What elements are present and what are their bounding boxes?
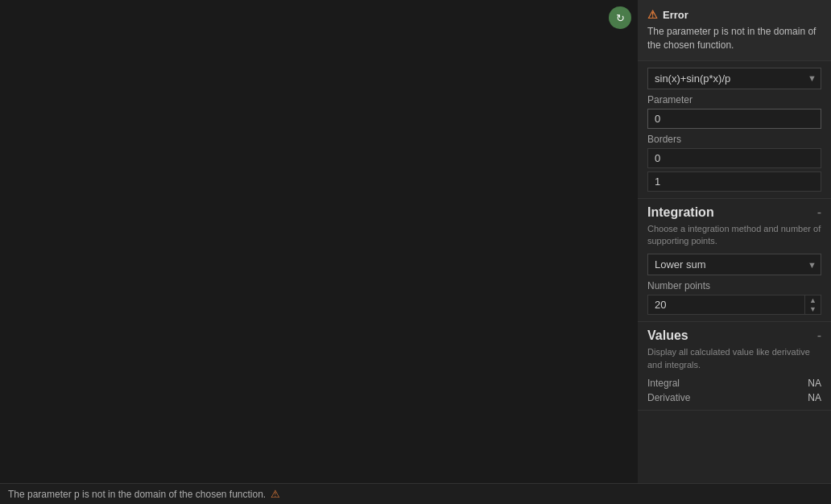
parameter-input[interactable] bbox=[647, 109, 821, 129]
canvas-area: ↻ bbox=[0, 0, 638, 483]
number-points-wrapper: ▲ ▼ bbox=[647, 295, 821, 315]
number-points-label: Number points bbox=[647, 280, 821, 291]
method-select-wrapper: Lower sum Upper sum Midpoint Trapezoidal… bbox=[647, 254, 821, 275]
error-warning-icon: ⚠ bbox=[647, 8, 658, 21]
method-select[interactable]: Lower sum Upper sum Midpoint Trapezoidal… bbox=[647, 254, 821, 275]
number-points-spinner: ▲ ▼ bbox=[804, 295, 821, 315]
error-title-text: Error bbox=[663, 9, 688, 21]
borders-label: Borders bbox=[647, 134, 821, 145]
derivative-value: NA bbox=[808, 392, 821, 403]
values-dash: - bbox=[817, 328, 821, 343]
values-title: Values bbox=[647, 328, 688, 343]
integration-section: Integration - Choose a integration metho… bbox=[638, 199, 831, 323]
status-warning-icon: ⚠ bbox=[271, 488, 280, 500]
parameter-label: Parameter bbox=[647, 94, 821, 105]
values-description: Display all calculated value like deriva… bbox=[647, 346, 821, 371]
integration-dash: - bbox=[817, 205, 821, 220]
integration-header: Integration - bbox=[647, 205, 821, 220]
integration-description: Choose a integration method and number o… bbox=[647, 223, 821, 248]
border-lower-input[interactable] bbox=[647, 148, 821, 168]
refresh-icon: ↻ bbox=[616, 12, 625, 24]
border-upper-input[interactable] bbox=[647, 171, 821, 192]
values-section: Values - Display all calculated value li… bbox=[638, 322, 831, 411]
function-select[interactable]: sin(x)+sin(p*x)/p sin(x) cos(x) x^2 bbox=[647, 68, 821, 89]
derivative-row: Derivative NA bbox=[647, 392, 821, 403]
integral-row: Integral NA bbox=[647, 378, 821, 389]
error-banner: ⚠ Error The parameter p is not in the do… bbox=[638, 0, 831, 61]
integral-value: NA bbox=[808, 378, 821, 389]
main-layout: ↻ ⚠ Error The parameter p is not in the … bbox=[0, 0, 831, 483]
function-section: sin(x)+sin(p*x)/p sin(x) cos(x) x^2 ▼ Pa… bbox=[638, 61, 831, 199]
error-message: The parameter p is not in the domain of … bbox=[647, 25, 821, 52]
status-bar: The parameter p is not in the domain of … bbox=[0, 483, 831, 504]
function-select-wrapper: sin(x)+sin(p*x)/p sin(x) cos(x) x^2 ▼ bbox=[647, 68, 821, 89]
number-points-input[interactable] bbox=[647, 295, 804, 315]
derivative-label: Derivative bbox=[647, 392, 690, 403]
status-message: The parameter p is not in the domain of … bbox=[8, 489, 266, 500]
sidebar: ⚠ Error The parameter p is not in the do… bbox=[638, 0, 831, 483]
values-header: Values - bbox=[647, 328, 821, 343]
number-points-increment-button[interactable]: ▲ bbox=[805, 295, 821, 305]
integral-label: Integral bbox=[647, 378, 680, 389]
error-title: ⚠ Error bbox=[647, 8, 821, 21]
number-points-decrement-button[interactable]: ▼ bbox=[805, 305, 821, 315]
refresh-button[interactable]: ↻ bbox=[609, 6, 631, 29]
integration-title: Integration bbox=[647, 205, 714, 220]
